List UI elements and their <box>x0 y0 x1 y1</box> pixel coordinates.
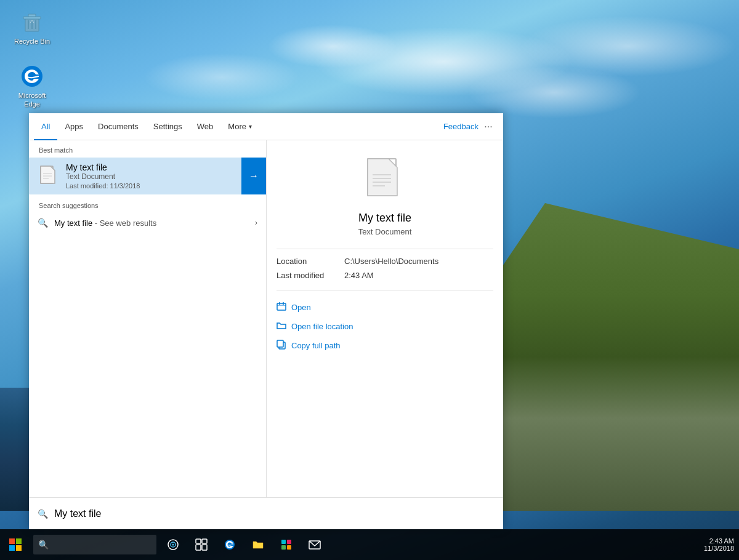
last-modified-label: Last modified <box>277 271 344 280</box>
taskbar-right-area: 2:43 AM 11/3/2018 <box>704 537 739 552</box>
preview-doc-svg <box>366 158 403 202</box>
svg-rect-27 <box>202 539 207 543</box>
file-metadata: Location C:\Users\Hello\Documents Last m… <box>277 257 493 285</box>
result-arrow[interactable]: → <box>241 158 266 194</box>
open-file-location-action[interactable]: Open file location <box>277 317 493 336</box>
right-panel: My text file Text Document Location C:\U… <box>266 140 503 497</box>
search-panel: All Apps Documents Settings Web More ▾ F… <box>29 113 503 529</box>
task-view-icon <box>195 538 208 551</box>
edge-icon[interactable]: Microsoft Edge <box>7 62 57 111</box>
preview-file-type: Text Document <box>358 227 412 236</box>
svg-rect-33 <box>281 545 286 550</box>
tab-documents[interactable]: Documents <box>91 113 146 140</box>
file-explorer-icon <box>252 538 264 551</box>
open-icon <box>277 302 286 313</box>
svg-rect-26 <box>196 539 201 543</box>
tab-apps[interactable]: Apps <box>57 113 91 140</box>
taskbar: 🔍 <box>0 529 739 560</box>
left-panel: Best match My text file Text Document <box>29 140 266 497</box>
svg-point-25 <box>172 544 174 546</box>
suggestions-label: Search suggestions <box>29 194 266 213</box>
taskbar-edge-button[interactable] <box>216 529 244 560</box>
divider-2 <box>277 290 493 290</box>
result-file-icon <box>38 165 60 187</box>
svg-rect-1 <box>23 17 41 19</box>
svg-rect-22 <box>16 545 22 551</box>
suggestion-item[interactable]: 🔍 My text file - See web results › <box>29 213 266 233</box>
edge-label: Microsoft Edge <box>10 91 54 109</box>
result-text: My text file Text Document Last modified… <box>66 162 257 190</box>
feedback-button[interactable]: Feedback <box>443 122 479 131</box>
small-doc-svg <box>40 166 57 186</box>
search-bar: 🔍 <box>29 497 503 529</box>
result-name: My text file <box>66 162 257 172</box>
clock: 2:43 AM 11/3/2018 <box>704 537 734 552</box>
tab-web[interactable]: Web <box>190 113 221 140</box>
folder-icon <box>277 321 286 332</box>
recycle-bin-image <box>20 10 44 34</box>
preview-file-name: My text file <box>358 212 411 225</box>
tab-all[interactable]: All <box>34 113 57 140</box>
svg-rect-18 <box>277 340 283 347</box>
copy-full-path-action[interactable]: Copy full path <box>277 336 493 355</box>
location-value: C:\Users\Hello\Documents <box>344 257 438 266</box>
location-row: Location C:\Users\Hello\Documents <box>277 257 493 266</box>
svg-rect-20 <box>16 538 22 544</box>
svg-rect-28 <box>196 545 201 550</box>
taskbar-search-icon: 🔍 <box>38 540 49 550</box>
cortana-button[interactable] <box>159 529 187 560</box>
store-button[interactable] <box>272 529 301 560</box>
search-input[interactable] <box>54 508 495 519</box>
best-match-label: Best match <box>29 140 266 158</box>
tab-more[interactable]: More ▾ <box>220 113 259 140</box>
edge-image <box>20 64 44 89</box>
last-modified-value: 2:43 AM <box>344 271 374 280</box>
dots-icon: ··· <box>484 121 492 132</box>
svg-rect-21 <box>9 545 15 551</box>
chevron-down-icon: ▾ <box>249 123 252 130</box>
recycle-bin-icon[interactable]: Recycle Bin <box>7 7 57 48</box>
start-button[interactable] <box>0 529 31 560</box>
open-action[interactable]: Open <box>277 298 493 317</box>
mail-button[interactable] <box>301 529 329 560</box>
svg-rect-34 <box>287 545 291 550</box>
recycle-bin-label: Recycle Bin <box>14 37 50 46</box>
recycle-bin-svg <box>20 10 44 34</box>
taskbar-search-button[interactable]: 🔍 <box>33 535 156 554</box>
more-options-button[interactable]: ··· <box>479 117 498 137</box>
last-modified-row: Last modified 2:43 AM <box>277 271 493 280</box>
svg-rect-2 <box>28 14 36 17</box>
store-icon <box>280 538 293 551</box>
file-explorer-button[interactable] <box>244 529 272 560</box>
search-bar-icon: 🔍 <box>38 509 48 519</box>
divider-1 <box>277 249 493 249</box>
svg-rect-32 <box>287 540 291 544</box>
result-date: Last modified: 11/3/2018 <box>66 182 257 190</box>
tab-settings[interactable]: Settings <box>146 113 190 140</box>
copy-icon <box>277 340 286 351</box>
file-preview-icon <box>360 155 410 204</box>
svg-rect-16 <box>277 303 286 310</box>
best-match-item[interactable]: My text file Text Document Last modified… <box>29 158 266 194</box>
search-icon: 🔍 <box>38 218 48 228</box>
cortana-icon <box>167 538 179 551</box>
arrow-right-icon: → <box>249 170 259 182</box>
suggestion-text: My text file - See web results <box>54 218 255 228</box>
taskbar-edge-icon <box>224 538 236 551</box>
start-icon <box>9 538 22 551</box>
location-label: Location <box>277 257 344 266</box>
svg-rect-29 <box>202 545 207 550</box>
suggestion-arrow-icon: › <box>255 218 257 227</box>
tabs-bar: All Apps Documents Settings Web More ▾ F… <box>29 113 503 140</box>
svg-rect-31 <box>281 540 286 544</box>
edge-svg <box>20 65 44 88</box>
result-type: Text Document <box>66 172 257 181</box>
mail-icon <box>309 538 321 551</box>
task-view-button[interactable] <box>187 529 216 560</box>
search-content: Best match My text file Text Document <box>29 140 503 497</box>
file-actions: Open Open file location Copy full path <box>277 298 493 355</box>
svg-rect-19 <box>9 538 15 544</box>
